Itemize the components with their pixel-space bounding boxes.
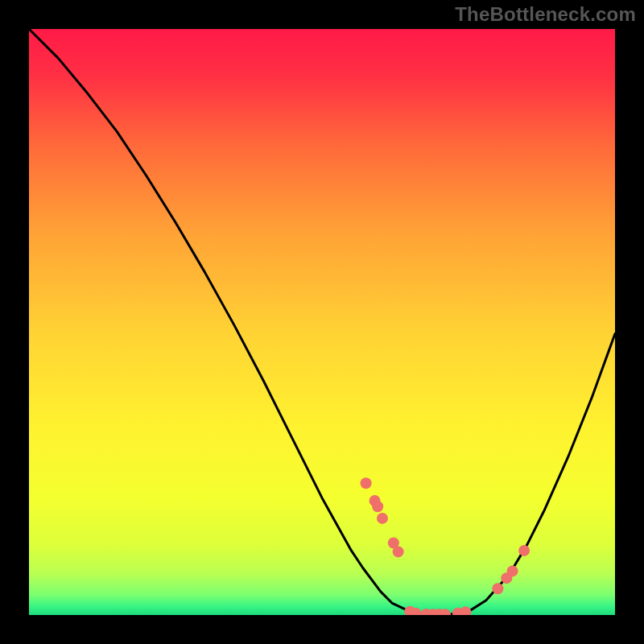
chart-background bbox=[29, 29, 615, 615]
marker-dot bbox=[492, 583, 503, 594]
marker-dot bbox=[377, 513, 388, 524]
marker-dot bbox=[372, 501, 383, 512]
marker-dot bbox=[518, 545, 530, 556]
chart-svg bbox=[29, 29, 615, 615]
plot-area bbox=[29, 29, 615, 615]
marker-dot bbox=[361, 477, 372, 489]
chart-frame: TheBottleneck.com bbox=[0, 0, 644, 644]
marker-dot bbox=[507, 565, 518, 576]
watermark-text: TheBottleneck.com bbox=[455, 3, 636, 26]
marker-dot bbox=[393, 546, 404, 557]
